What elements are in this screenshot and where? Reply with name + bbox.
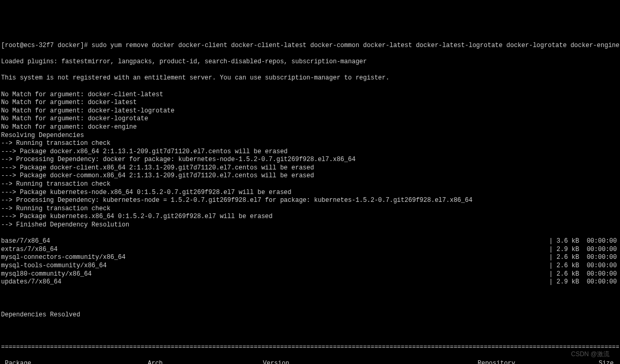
output-line: --> Running transaction check [1,205,619,213]
prompt-userhost: [root@ecs-32f7 docker]# [1,42,88,49]
blank-line [1,294,619,303]
repo-stats: | 3.6 kB 00:00:00 [549,237,619,246]
blank-line [1,327,619,336]
table-header: Package Arch Version Repository Size [1,360,619,364]
output-line [1,83,619,91]
repo-line: updates/7/x86_64| 2.9 kB 00:00:00 [1,278,619,287]
repo-line: mysql-tools-community/x86_64| 2.6 kB 00:… [1,262,619,270]
deps-resolved: Dependencies Resolved [1,311,619,320]
th-size: Size [577,360,619,364]
output-line: No Match for argument: docker-client-lat… [1,91,619,99]
output-line: No Match for argument: docker-engine [1,123,619,132]
repo-name: mysql-tools-community/x86_64 [1,262,107,270]
repo-stats: | 2.9 kB 00:00:00 [549,246,619,254]
repo-stats: | 2.9 kB 00:00:00 [549,278,619,287]
th-repo: Repository [478,360,577,364]
divider-top: ========================================… [1,344,619,352]
repo-name: extras/7/x86_64 [1,246,58,254]
output-line: ---> Package kubernetes-node.x86_64 0:1.… [1,189,619,197]
output-line: ---> Package docker-common.x86_64 2:1.13… [1,172,619,180]
repo-stats: | 2.6 kB 00:00:00 [549,262,619,270]
repo-line: mysql-connectors-community/x86_64| 2.6 k… [1,254,619,262]
repo-name: updates/7/x86_64 [1,278,61,287]
repo-line: base/7/x86_64| 3.6 kB 00:00:00 [1,237,619,246]
output-line: ---> Package docker.x86_64 2:1.13.1-209.… [1,148,619,156]
output-line: --> Finished Dependency Resolution [1,221,619,230]
output-line: No Match for argument: docker-latest [1,99,619,107]
repo-line: extras/7/x86_64| 2.9 kB 00:00:00 [1,246,619,254]
terminal-output[interactable]: [root@ecs-32f7 docker]# sudo yum remove … [1,33,619,364]
output-line: Loaded plugins: fastestmirror, langpacks… [1,58,619,66]
output-line: No Match for argument: docker-latest-log… [1,107,619,116]
repo-name: base/7/x86_64 [1,237,50,246]
output-line [1,66,619,75]
th-arch: Arch [148,360,263,364]
output-line: Resolving Dependencies [1,132,619,140]
watermark: CSDN @激流 [571,350,610,359]
th-version: Version [263,360,478,364]
repo-name: mysql80-community/x86_64 [1,270,92,279]
repo-stats: | 2.6 kB 00:00:00 [549,254,619,262]
repo-stats: | 2.6 kB 00:00:00 [549,270,619,279]
th-package: Package [1,360,148,364]
repo-name: mysql-connectors-community/x86_64 [1,254,126,262]
output-line: --> Processing Dependency: docker for pa… [1,156,619,164]
prompt-line: [root@ecs-32f7 docker]# sudo yum remove … [1,42,619,50]
output-line: ---> Package kubernetes.x86_64 0:1.5.2-0… [1,213,619,221]
output-line: --> Processing Dependency: kubernetes-no… [1,197,619,205]
prompt-command: sudo yum remove docker docker-client doc… [92,42,619,49]
output-line: --> Running transaction check [1,180,619,189]
output-line: This system is not registered with an en… [1,74,619,83]
output-line: No Match for argument: docker-logrotate [1,115,619,123]
output-line: --> Running transaction check [1,140,619,148]
repo-line: mysql80-community/x86_64| 2.6 kB 00:00:0… [1,270,619,279]
output-line: ---> Package docker-client.x86_64 2:1.13… [1,164,619,173]
